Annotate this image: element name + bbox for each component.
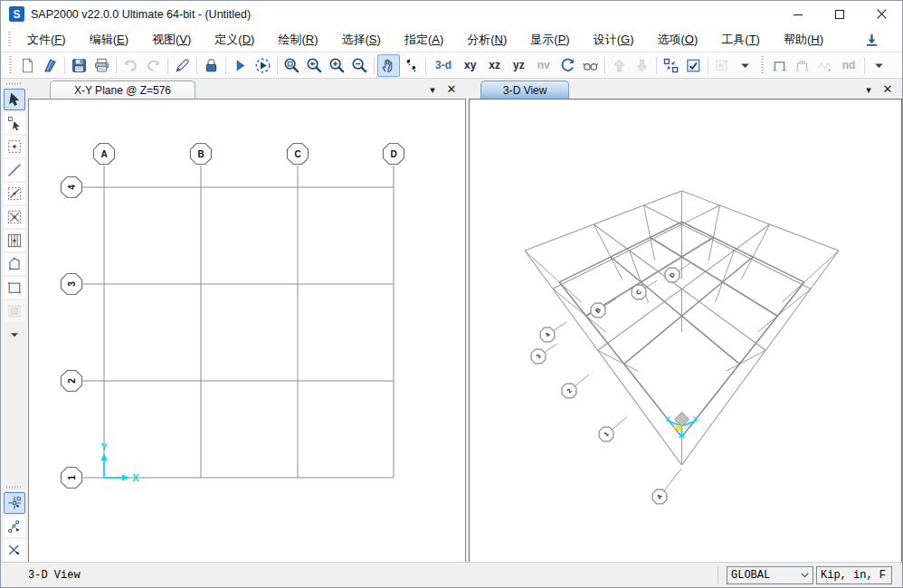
plan-tab-menu-caret-icon[interactable]: ▾ [426,83,439,96]
view-nv-button[interactable]: nv [531,54,556,77]
assign-display-button[interactable] [711,54,734,77]
snap-midpoints-button[interactable] [4,516,25,537]
zoom-out-icon [351,57,368,74]
toolbar-separator [374,57,375,74]
display-options-button[interactable] [682,54,705,77]
caret-button[interactable] [734,54,756,77]
run-analysis-button[interactable] [252,54,274,77]
plan-grid-drawing: ABCD4321YX [29,100,465,563]
save-button[interactable] [68,54,90,77]
zoom-window-button[interactable] [280,54,303,77]
lock-button[interactable] [200,54,223,77]
undo-button[interactable] [119,54,142,77]
draw-toolbar-drag-handle[interactable] [6,82,23,85]
zoom-previous-button[interactable] [303,54,326,77]
zoom-in-button[interactable] [326,54,348,77]
view3d-canvas[interactable]: DCB4321A [469,99,902,564]
draw-quick-area-icon [6,303,23,319]
frame-hinge-button[interactable] [791,54,813,77]
draw-poly-area-button[interactable] [4,253,25,275]
menu-item-analyze[interactable]: 分析(N) [455,27,518,52]
view-3d-button[interactable]: 3-d [429,54,458,77]
draw-joint-button[interactable] [4,136,25,157]
menu-item-assign[interactable]: 指定(A) [393,27,455,52]
toolbar-drag-handle[interactable] [761,56,764,74]
walk-steps-button[interactable] [400,54,423,77]
draw-frame-button[interactable] [4,159,25,181]
open-file-button[interactable] [39,54,62,77]
pan-button[interactable] [377,54,400,77]
menu-item-design[interactable]: 设计(G) [582,27,646,52]
menu-item-define[interactable]: 定义(D) [203,27,266,52]
menu-item-select[interactable]: 选择(S) [330,27,393,52]
view-xz-button[interactable]: xz [482,54,507,77]
draw-secondary-beams-button[interactable] [4,230,25,251]
close-button[interactable] [860,1,902,27]
menu-item-options[interactable]: 选项(O) [645,27,709,52]
view3d-tab-menu-caret-icon[interactable]: ▾ [862,83,875,96]
maximize-button[interactable] [819,1,860,27]
snap-intersections-button[interactable] [4,539,25,561]
tab-xy-plane[interactable]: X-Y Plane @ Z=576 [50,81,195,99]
snap-toolbar-drag-handle[interactable] [6,486,23,488]
plan-view-canvas[interactable]: ABCD4321YX [28,99,466,564]
new-model-icon [19,57,36,74]
undo-icon [122,57,139,74]
menu-item-tools[interactable]: 工具(T) [709,27,772,52]
minimize-button[interactable] [777,1,819,27]
coord-system-dropdown[interactable]: GLOBAL [727,566,813,584]
nd-label-button[interactable]: nd [836,54,862,77]
download-icon[interactable] [862,31,880,49]
plan-view-panel: X-Y Plane @ Z=576 ▾ ✕ ABCD4321YX [28,81,466,564]
assign-display-icon [714,57,731,74]
draw-rect-area-button[interactable] [4,277,25,299]
menu-item-file[interactable]: 文件(F) [15,27,78,52]
run-analysis-icon [254,57,271,74]
svg-text:1: 1 [67,475,77,480]
rotate-view-button[interactable] [556,54,579,77]
toolbar-drag-handle[interactable] [9,56,12,74]
reshape-object-button[interactable] [4,112,25,134]
menu-item-help[interactable]: 帮助(H) [772,27,835,52]
more-tools-button[interactable] [4,324,25,346]
toolbar-separator [196,57,197,74]
draw-braces-button[interactable] [4,206,25,228]
plan-tab-close-icon[interactable]: ✕ [445,83,458,96]
draw-quick-frame-button[interactable] [4,183,25,204]
zoom-out-button[interactable] [348,54,371,77]
menu-item-draw[interactable]: 绘制(R) [266,27,329,52]
svg-text:C: C [294,149,300,159]
view-xy-button[interactable]: xy [458,54,482,77]
caret-button[interactable] [868,54,890,77]
svg-text:B: B [197,149,204,159]
object-shrink-button[interactable] [660,54,682,77]
units-dropdown[interactable]: Kip, in, F [816,566,892,584]
tab-3d-view[interactable]: 3-D View [480,81,569,99]
move-down-level-button[interactable] [631,54,653,77]
perspective-glasses-icon [582,57,599,74]
run-button[interactable] [229,54,252,77]
draw-toolbar [1,79,28,562]
select-pointer-button[interactable] [4,89,25,110]
perspective-glasses-button[interactable] [579,54,602,77]
app-logo-icon: S [9,6,24,22]
redo-button[interactable] [142,54,165,77]
print-button[interactable] [90,54,113,77]
svg-text:3: 3 [67,281,77,287]
truss-caret-button[interactable] [813,54,836,77]
frame-section-button[interactable] [768,54,791,77]
menubar-drag-handle[interactable] [8,32,11,48]
menu-item-view[interactable]: 视图(V) [140,27,203,52]
walk-steps-icon [403,57,420,74]
draw-rect-icon [6,280,23,296]
draw-joint-icon [6,138,23,155]
pen-button[interactable] [171,54,194,77]
view3d-tab-close-icon[interactable]: ✕ [881,83,894,96]
menu-item-edit[interactable]: 编辑(E) [78,27,140,52]
view-yz-button[interactable]: yz [507,54,531,77]
move-up-level-button[interactable] [608,54,631,77]
new-model-button[interactable] [16,54,39,77]
draw-quick-area-button[interactable] [4,300,25,322]
snap-joints-button[interactable] [4,492,25,514]
menu-item-display[interactable]: 显示(P) [518,27,581,52]
